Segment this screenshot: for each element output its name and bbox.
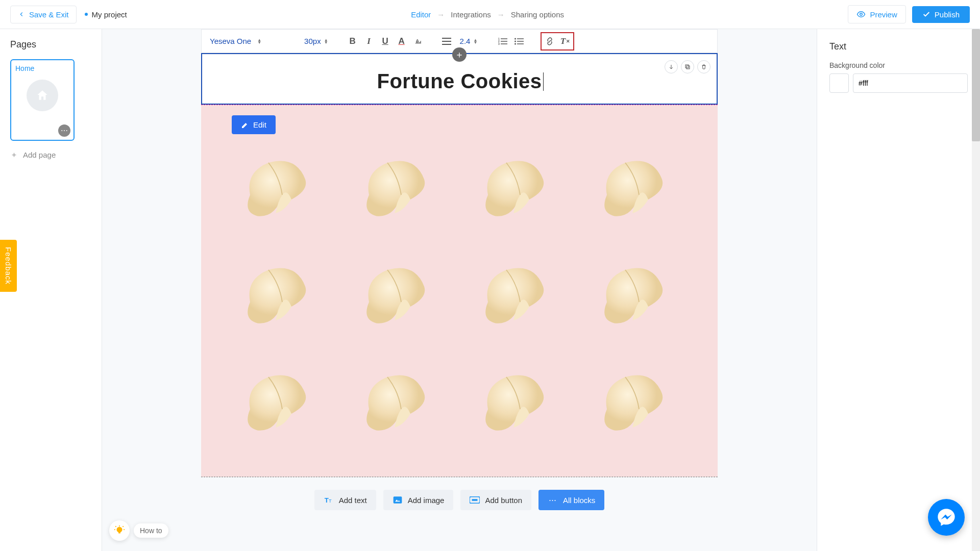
add-text-button[interactable]: TT Add text: [314, 490, 376, 510]
all-blocks-button[interactable]: ⋯ All blocks: [538, 490, 604, 510]
text-cursor: [543, 72, 544, 91]
dots-icon: ⋯: [548, 495, 558, 505]
scrollbar[interactable]: [972, 29, 980, 551]
properties-panel: Text Background color: [817, 29, 980, 551]
messenger-icon: [936, 507, 957, 528]
check-icon: [922, 10, 930, 18]
howto-label[interactable]: How to: [134, 523, 168, 538]
svg-text:3: 3: [498, 42, 500, 45]
save-exit-label: Save & Exit: [29, 10, 69, 19]
underline-button[interactable]: U: [378, 34, 393, 48]
cookie-image: [589, 144, 680, 236]
cookie-image: [351, 359, 443, 450]
cookie-image: [470, 252, 561, 343]
link-button[interactable]: [543, 34, 557, 48]
svg-rect-16: [118, 532, 120, 534]
preview-button[interactable]: Preview: [848, 5, 905, 23]
svg-rect-12: [393, 496, 402, 503]
properties-title: Text: [829, 41, 968, 52]
cookie-image: [470, 359, 561, 450]
svg-rect-8: [685, 65, 689, 68]
ordered-list-button[interactable]: 123: [496, 34, 510, 48]
svg-point-5: [514, 38, 516, 39]
breadcrumb: Editor → Integrations → Sharing options: [411, 10, 564, 19]
publish-button[interactable]: Publish: [912, 6, 970, 23]
pencil-icon: [241, 121, 249, 129]
svg-point-7: [514, 43, 516, 44]
svg-text:T: T: [329, 498, 332, 504]
page-thumbnail-home[interactable]: Home ⋯: [10, 59, 75, 141]
chevron-left-icon: [18, 11, 25, 18]
howto-button[interactable]: [109, 520, 130, 541]
pages-panel-title: Pages: [10, 39, 91, 50]
align-button[interactable]: [439, 34, 454, 48]
svg-point-0: [860, 13, 863, 16]
font-family-select[interactable]: Yeseva One ▲▼: [206, 37, 265, 45]
breadcrumb-editor[interactable]: Editor: [411, 10, 431, 19]
select-arrows-icon: ▲▼: [257, 39, 261, 44]
svg-text:T: T: [324, 496, 328, 504]
block-insert-bar: TT Add text Add image Add button ⋯ All b…: [201, 477, 718, 522]
canvas[interactable]: Yeseva One ▲▼ 30px ▲▼ B I U A A 2.4 ▲▼ 1…: [102, 29, 817, 551]
add-block-button[interactable]: ＋: [452, 47, 467, 62]
scrollbar-thumb[interactable]: [972, 29, 980, 141]
button-icon: [470, 495, 480, 505]
svg-point-6: [514, 40, 516, 42]
select-arrows-icon: ▲▼: [473, 39, 477, 44]
cookie-image: [232, 252, 324, 343]
bg-color-label: Background color: [829, 61, 968, 69]
cookie-image: [351, 252, 443, 343]
save-exit-button[interactable]: Save & Exit: [10, 6, 77, 23]
chevron-right-icon: →: [497, 10, 505, 19]
delete-button[interactable]: [697, 60, 710, 73]
bg-color-input[interactable]: [853, 73, 968, 93]
app-header: Save & Exit My project Editor → Integrat…: [0, 0, 980, 29]
image-icon: [393, 495, 403, 505]
highlight-button[interactable]: A: [411, 34, 425, 48]
svg-rect-14: [472, 499, 478, 501]
feedback-tab[interactable]: Feedback: [0, 240, 17, 292]
unsaved-dot-icon: [85, 13, 88, 16]
add-button-button[interactable]: Add button: [460, 490, 531, 510]
messenger-button[interactable]: [928, 499, 965, 536]
page-title[interactable]: Fortune Cookies: [377, 69, 542, 93]
plus-icon: ＋: [10, 150, 18, 160]
link-clear-group: T✕: [541, 32, 574, 51]
line-height-select[interactable]: 2.4 ▲▼: [456, 37, 482, 45]
select-arrows-icon: ▲▼: [324, 39, 328, 44]
cookie-image: [589, 359, 680, 450]
italic-button[interactable]: I: [362, 34, 376, 48]
chevron-right-icon: →: [437, 10, 445, 19]
home-icon: [27, 80, 58, 111]
duplicate-button[interactable]: [681, 60, 694, 73]
cookie-image: [232, 144, 324, 236]
font-size-select[interactable]: 30px ▲▼: [300, 37, 332, 45]
svg-rect-9: [687, 66, 690, 69]
image-grid-block[interactable]: Edit: [201, 105, 718, 477]
lightbulb-icon: [114, 525, 125, 536]
clear-format-button[interactable]: T✕: [558, 34, 572, 48]
breadcrumb-sharing[interactable]: Sharing options: [511, 10, 564, 19]
bold-button[interactable]: B: [346, 34, 360, 48]
cookie-image: [470, 144, 561, 236]
cookie-image: [232, 359, 324, 450]
cookie-grid: [232, 144, 687, 450]
edit-block-button[interactable]: Edit: [232, 115, 276, 134]
add-image-button[interactable]: Add image: [383, 490, 454, 510]
bg-color-swatch[interactable]: [829, 73, 849, 93]
howto-widget: How to: [109, 520, 168, 541]
svg-point-15: [117, 527, 122, 533]
eye-icon: [856, 10, 866, 19]
text-icon: TT: [324, 495, 334, 505]
cookie-image: [589, 252, 680, 343]
text-color-button[interactable]: A: [395, 34, 409, 48]
add-page-button[interactable]: ＋ Add page: [10, 150, 91, 160]
cookie-image: [351, 144, 443, 236]
page-more-button[interactable]: ⋯: [58, 124, 70, 137]
project-name[interactable]: My project: [85, 10, 127, 19]
unordered-list-button[interactable]: [512, 34, 526, 48]
breadcrumb-integrations[interactable]: Integrations: [451, 10, 491, 19]
move-down-button[interactable]: [665, 60, 678, 73]
svg-text:A: A: [415, 38, 419, 43]
